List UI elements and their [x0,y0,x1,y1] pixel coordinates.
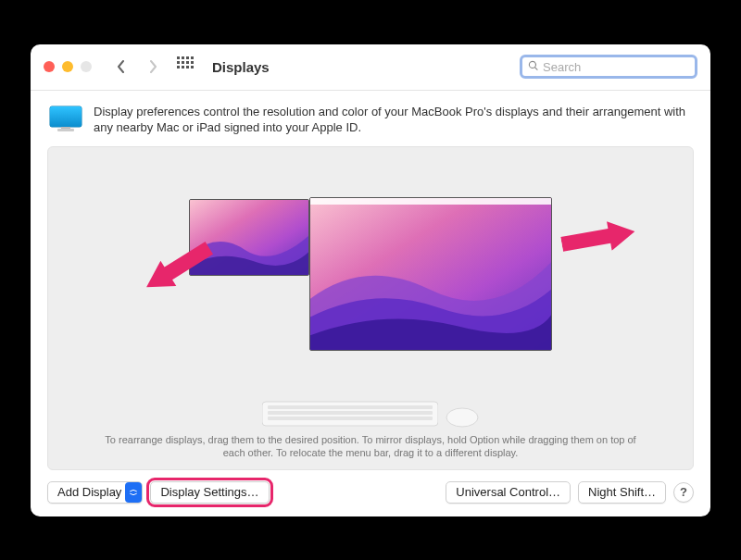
close-window-button[interactable] [44,61,55,72]
intro-row: Display preferences control the resoluti… [47,104,694,146]
universal-control-button[interactable]: Universal Control… [446,481,571,504]
display-settings-label: Display Settings… [160,485,258,499]
footer-toolbar: Add Display Display Settings… Universal … [47,470,694,504]
display-settings-button[interactable]: Display Settings… [150,481,269,504]
universal-control-label: Universal Control… [456,485,560,499]
zoom-window-button[interactable] [81,61,92,72]
svg-rect-10 [268,411,433,415]
annotation-arrow-right [561,223,635,256]
svg-rect-3 [57,129,74,131]
display-arrangement-area: To rearrange displays, drag them to the … [47,146,694,470]
arrangement-canvas[interactable] [48,147,693,394]
chevron-down-icon [125,482,142,503]
window-body: Display preferences control the resoluti… [31,91,710,516]
svg-rect-11 [268,417,433,420]
add-display-label: Add Display [57,485,121,499]
annotation-arrow-left [141,253,215,286]
search-field[interactable] [520,55,697,79]
minimize-window-button[interactable] [62,61,73,72]
menubar-indicator[interactable] [310,198,551,205]
night-shift-label: Night Shift… [588,485,656,499]
add-display-dropdown[interactable]: Add Display [47,481,143,504]
svg-point-12 [446,408,478,427]
peripherals-illustration [48,394,693,428]
svg-rect-2 [61,127,70,129]
displays-preferences-window: Displays Display preferences control the… [31,44,710,516]
svg-rect-9 [268,405,433,409]
window-title: Displays [212,59,270,75]
mouse-icon [446,407,479,428]
show-all-preferences-button[interactable] [177,56,197,77]
svg-marker-7 [559,217,637,258]
display-icon [49,104,82,137]
primary-display-thumbnail[interactable] [309,197,552,351]
night-shift-button[interactable]: Night Shift… [578,481,666,504]
help-button[interactable]: ? [673,482,694,503]
arrangement-hint-text: To rearrange displays, drag them to the … [48,428,693,469]
back-button[interactable] [110,56,132,78]
forward-button[interactable] [142,56,164,78]
help-label: ? [680,485,687,499]
search-input[interactable] [543,60,689,74]
svg-rect-1 [50,106,82,127]
window-titlebar: Displays [31,44,710,91]
keyboard-icon [262,400,438,428]
svg-marker-6 [139,235,218,300]
search-icon [528,58,539,75]
window-traffic-lights [44,61,92,72]
intro-text: Display preferences control the resoluti… [94,104,692,137]
